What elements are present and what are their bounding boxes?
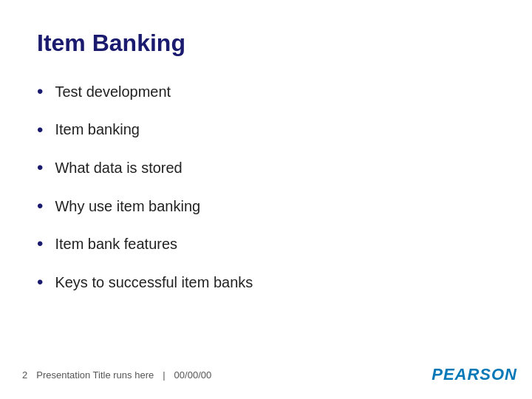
footer-left: 2 Presentation Title runs here | 00/00/0… — [22, 369, 211, 381]
bullet-text: Item bank features — [55, 233, 177, 254]
bullet-list: Test development Item banking What data … — [37, 79, 495, 295]
footer-separator: | — [163, 369, 165, 381]
slide: Item Banking Test development Item banki… — [0, 0, 532, 399]
list-item: What data is stored — [37, 155, 495, 180]
footer-date: 00/00/00 — [174, 369, 212, 381]
bullet-text: What data is stored — [55, 157, 182, 178]
list-item: Keys to successful item banks — [37, 270, 495, 295]
list-item: Why use item banking — [37, 194, 495, 219]
page-number: 2 — [22, 369, 27, 381]
pearson-brand-text: PEARSON — [432, 365, 517, 384]
list-item: Item bank features — [37, 231, 495, 256]
bullet-text: Item banking — [55, 119, 140, 140]
list-item: Test development — [37, 79, 495, 104]
slide-title: Item Banking — [37, 30, 495, 57]
pearson-logo: PEARSON — [432, 365, 517, 384]
list-item: Item banking — [37, 117, 495, 143]
bullet-text: Why use item banking — [55, 196, 200, 216]
bullet-text: Test development — [55, 81, 171, 102]
slide-footer: 2 Presentation Title runs here | 00/00/0… — [0, 365, 532, 384]
bullet-text: Keys to successful item banks — [55, 272, 253, 293]
presentation-title: Presentation Title runs here — [36, 369, 154, 381]
